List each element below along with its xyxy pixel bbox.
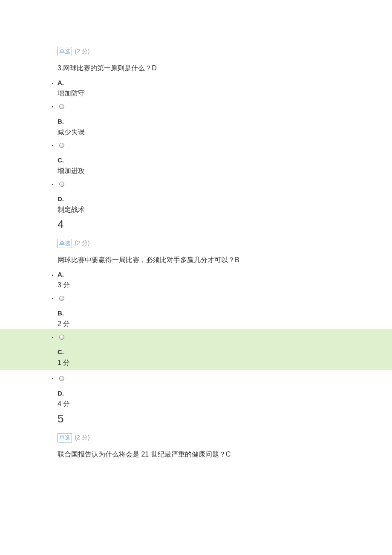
option-text: 4 分 xyxy=(58,400,392,409)
radio-c[interactable] xyxy=(58,180,392,188)
question-4: 4 单选 (2 分) 网球比赛中要赢得一局比赛，必须比对手多赢几分才可以？B A… xyxy=(0,218,392,409)
radio-icon xyxy=(59,335,64,340)
option-text: 增加进攻 xyxy=(58,167,392,176)
option-c: C. 增加进攻 xyxy=(58,156,392,176)
radio-icon xyxy=(59,143,64,148)
option-a: A. 3 分 xyxy=(58,271,392,290)
option-d: D. 4 分 xyxy=(58,390,392,409)
question-3: 单选 (2 分) 3.网球比赛的第一原则是什么？D A. 增加防守 B. 减少失… xyxy=(0,47,392,214)
option-text: 减少失误 xyxy=(58,128,392,137)
option-letter: D. xyxy=(58,195,64,202)
question-text: 3.网球比赛的第一原则是什么？D xyxy=(58,64,392,73)
radio-b[interactable] xyxy=(58,141,392,149)
question-type-tag: 单选 xyxy=(58,239,72,248)
option-letter: C. xyxy=(58,156,64,164)
points-label: (2 分) xyxy=(75,434,89,441)
option-b: B. 减少失误 xyxy=(58,118,392,137)
question-text: 联合国报告认为什么将会是 21 世纪最严重的健康问题？C xyxy=(58,450,392,459)
radio-a[interactable] xyxy=(58,102,392,110)
radio-c[interactable] xyxy=(58,374,392,382)
points-label: (2 分) xyxy=(75,240,89,246)
option-b: B. 2 分 xyxy=(58,309,392,329)
option-letter: C. xyxy=(58,348,64,356)
question-number: 4 xyxy=(58,218,392,231)
option-text: 3 分 xyxy=(58,281,392,290)
option-text: 2 分 xyxy=(58,320,392,329)
option-letter: B. xyxy=(58,309,64,317)
option-letter: D. xyxy=(58,390,64,397)
question-text: 网球比赛中要赢得一局比赛，必须比对手多赢几分才可以？B xyxy=(58,256,392,265)
radio-icon xyxy=(59,376,64,381)
radio-icon xyxy=(59,104,64,109)
question-number: 5 xyxy=(58,412,392,425)
option-d: D. 制定战术 xyxy=(58,195,392,214)
radio-a[interactable] xyxy=(58,294,392,302)
option-c: C. 1 分 xyxy=(58,348,392,367)
question-5: 5 单选 (2 分) 联合国报告认为什么将会是 21 世纪最严重的健康问题？C xyxy=(0,412,392,459)
radio-icon xyxy=(59,296,64,301)
option-text: 增加防守 xyxy=(58,89,392,98)
option-text: 1 分 xyxy=(58,358,392,367)
question-type-tag: 单选 xyxy=(58,433,72,442)
option-text: 制定战术 xyxy=(58,205,392,214)
radio-b[interactable] xyxy=(58,333,392,341)
question-type-tag: 单选 xyxy=(58,47,72,56)
highlighted-option: C. 1 分 xyxy=(0,329,392,370)
option-a: A. 增加防守 xyxy=(58,79,392,98)
option-letter: B. xyxy=(58,118,64,125)
option-letter: A. xyxy=(58,79,64,86)
radio-icon xyxy=(59,182,64,187)
option-letter: A. xyxy=(58,271,64,278)
points-label: (2 分) xyxy=(75,48,89,55)
